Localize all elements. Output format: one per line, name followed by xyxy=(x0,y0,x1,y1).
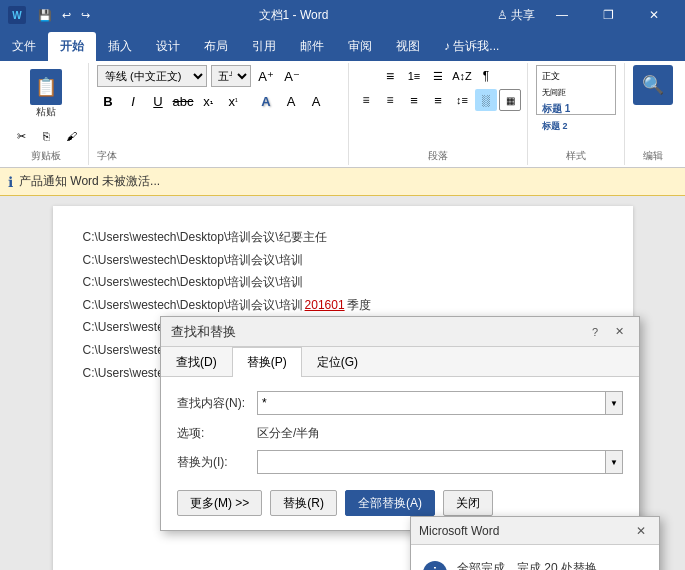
window-controls: ♙ 共享 — ❐ ✕ xyxy=(493,0,677,30)
find-input-wrapper: ▼ xyxy=(257,391,623,415)
paste-button[interactable]: 📋 粘贴 xyxy=(26,65,66,123)
superscript-button[interactable]: x¹ xyxy=(222,90,244,112)
replace-all-button[interactable]: 全部替换(A) xyxy=(345,490,435,516)
font-label: 字体 xyxy=(97,147,340,163)
tab-design[interactable]: 设计 xyxy=(144,32,192,61)
styles-group: 正文 无间距 标题 1 标题 2 样式 xyxy=(528,63,625,165)
style-normal[interactable]: 正文 xyxy=(540,69,612,84)
tab-home[interactable]: 开始 xyxy=(48,32,96,61)
share-button[interactable]: ♙ 共享 xyxy=(493,0,539,30)
msgbox-close-button[interactable]: ✕ xyxy=(631,521,651,541)
options-row: 选项: 区分全/半角 xyxy=(177,425,623,442)
align-left-button[interactable]: ≡ xyxy=(355,89,377,111)
tab-references[interactable]: 引用 xyxy=(240,32,288,61)
subscript-button[interactable]: x₁ xyxy=(197,90,219,112)
cut-button[interactable]: ✂ xyxy=(10,125,32,147)
font-color-button[interactable]: A xyxy=(305,90,327,112)
dialog-buttons: 更多(M) >> 替换(R) 全部替换(A) 关闭 xyxy=(177,490,623,516)
dialog-title: 查找和替换 xyxy=(171,323,585,341)
highlight-201601: 201601 xyxy=(305,295,345,317)
numbering-button[interactable]: 1≡ xyxy=(403,65,425,87)
find-replace-dialog: 查找和替换 ? ✕ 查找(D) 替换(P) 定位(G) 查找内容(N): ▼ xyxy=(160,316,640,531)
borders-button[interactable]: ▦ xyxy=(499,89,521,111)
show-marks-button[interactable]: ¶ xyxy=(475,65,497,87)
cancel-button[interactable]: 关闭 xyxy=(443,490,493,516)
tab-insert[interactable]: 插入 xyxy=(96,32,144,61)
msgbox-info-icon: i xyxy=(423,561,447,570)
font-size-select[interactable]: 五号 10 12 xyxy=(211,65,251,87)
underline-button[interactable]: U xyxy=(147,90,169,112)
increase-font-button[interactable]: A⁺ xyxy=(255,65,277,87)
dialog-tabs: 查找(D) 替换(P) 定位(G) xyxy=(161,347,639,377)
msgbox-title: Microsoft Word xyxy=(419,524,631,538)
dialog-help-button[interactable]: ? xyxy=(585,323,605,341)
window-title: 文档1 - Word xyxy=(94,7,493,24)
align-center-button[interactable]: ≡ xyxy=(379,89,401,111)
styles-gallery[interactable]: 正文 无间距 标题 1 标题 2 xyxy=(536,65,616,115)
tab-layout[interactable]: 布局 xyxy=(192,32,240,61)
find-input[interactable] xyxy=(257,391,605,415)
tab-tell-me[interactable]: ♪ 告诉我... xyxy=(432,32,511,61)
tab-file[interactable]: 文件 xyxy=(0,32,48,61)
bold-button[interactable]: B xyxy=(97,90,119,112)
dialog-tab-replace[interactable]: 替换(P) xyxy=(232,347,302,377)
style-no-spacing[interactable]: 无间距 xyxy=(540,86,612,99)
clipboard-group: 📋 粘贴 ✂ ⎘ 🖌 剪贴板 xyxy=(4,63,89,165)
dialog-body: 查找内容(N): ▼ 选项: 区分全/半角 替换为(I): ▼ xyxy=(161,377,639,530)
ribbon-tabs: 文件 开始 插入 设计 布局 引用 邮件 审阅 视图 ♪ 告诉我... xyxy=(0,30,685,61)
tab-view[interactable]: 视图 xyxy=(384,32,432,61)
options-label: 选项: xyxy=(177,425,257,442)
replace-dropdown-btn[interactable]: ▼ xyxy=(605,450,623,474)
dialog-title-bar: 查找和替换 ? ✕ xyxy=(161,317,639,347)
find-dropdown-btn[interactable]: ▼ xyxy=(605,391,623,415)
paste-icon: 📋 xyxy=(30,69,62,105)
text-effect-button[interactable]: A xyxy=(255,90,277,112)
styles-label: 样式 xyxy=(566,147,586,163)
paste-label: 粘贴 xyxy=(36,105,56,119)
title-bar-left: W 💾 ↩ ↪ xyxy=(8,6,94,24)
msgbox-text: 全部完成。完成 20 处替换。 xyxy=(457,559,609,570)
minimize-button[interactable]: — xyxy=(539,0,585,30)
clipboard-label: 剪贴板 xyxy=(31,147,61,163)
bullets-button[interactable]: ≡ xyxy=(379,65,401,87)
multilevel-button[interactable]: ☰ xyxy=(427,65,449,87)
sort-button[interactable]: A↕Z xyxy=(451,65,473,87)
italic-button[interactable]: I xyxy=(122,90,144,112)
find-label: 查找内容(N): xyxy=(177,395,257,412)
search-edit-button[interactable]: 🔍 xyxy=(633,65,673,105)
dialog-tab-goto[interactable]: 定位(G) xyxy=(302,347,373,377)
title-bar: W 💾 ↩ ↪ 文档1 - Word ♙ 共享 — ❐ ✕ xyxy=(0,0,685,30)
format-painter-button[interactable]: 🖌 xyxy=(60,125,82,147)
dialog-tab-find[interactable]: 查找(D) xyxy=(161,347,232,377)
strikethrough-button[interactable]: abc xyxy=(172,90,194,112)
copy-button[interactable]: ⎘ xyxy=(35,125,57,147)
font-row2: B I U abc x₁ x¹ A A A xyxy=(97,90,340,112)
doc-line-4: C:\Users\westech\Desktop\培训会议\培训 201601 … xyxy=(83,295,603,317)
decrease-font-button[interactable]: A⁻ xyxy=(281,65,303,87)
justify-button[interactable]: ≡ xyxy=(427,89,449,111)
tab-review[interactable]: 审阅 xyxy=(336,32,384,61)
shading-button[interactable]: ░ xyxy=(475,89,497,111)
message-box: Microsoft Word ✕ i 全部完成。完成 20 处替换。 确定 xyxy=(410,516,660,570)
close-button[interactable]: ✕ xyxy=(631,0,677,30)
replace-input[interactable] xyxy=(257,450,605,474)
replace-button[interactable]: 替换(R) xyxy=(270,490,337,516)
dialog-close-button[interactable]: ✕ xyxy=(609,323,629,341)
align-right-button[interactable]: ≡ xyxy=(403,89,425,111)
replace-input-wrapper: ▼ xyxy=(257,450,623,474)
highlight-button[interactable]: A xyxy=(280,90,302,112)
restore-button[interactable]: ❐ xyxy=(585,0,631,30)
save-btn[interactable]: 💾 xyxy=(34,7,56,24)
style-heading1[interactable]: 标题 1 xyxy=(540,101,612,117)
line-spacing-button[interactable]: ↕≡ xyxy=(451,89,473,111)
font-group: 等线 (中文正文) 五号 10 12 A⁺ A⁻ B I U abc x₁ x¹… xyxy=(89,63,349,165)
tab-mail[interactable]: 邮件 xyxy=(288,32,336,61)
notification-bar: ℹ 产品通知 Word 未被激活... xyxy=(0,168,685,196)
font-name-select[interactable]: 等线 (中文正文) xyxy=(97,65,207,87)
undo-btn[interactable]: ↩ xyxy=(58,7,75,24)
more-button[interactable]: 更多(M) >> xyxy=(177,490,262,516)
doc-line-3: C:\Users\westech\Desktop\培训会议\培训 xyxy=(83,272,603,294)
style-heading2[interactable]: 标题 2 xyxy=(540,119,612,134)
quick-access-toolbar: 💾 ↩ ↪ xyxy=(34,7,94,24)
redo-btn[interactable]: ↪ xyxy=(77,7,94,24)
